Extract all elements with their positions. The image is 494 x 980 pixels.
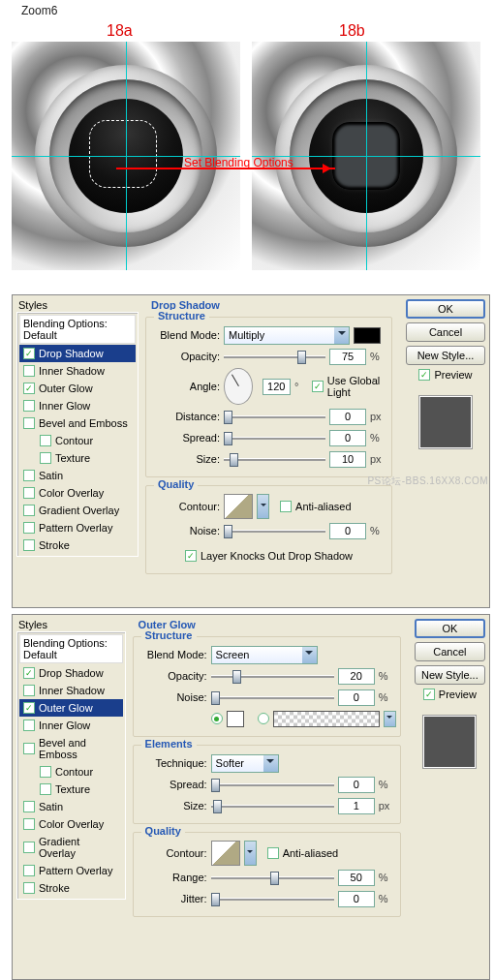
ok-button[interactable]: OK: [415, 619, 485, 638]
styles-group: Styles Blending Options: Default Drop Sh…: [16, 619, 126, 900]
size-slider[interactable]: [224, 451, 325, 467]
size-value[interactable]: 1: [338, 798, 375, 814]
style-gradient-overlay[interactable]: Gradient Overlay: [19, 502, 136, 519]
ok-button[interactable]: OK: [406, 299, 485, 319]
style-bevel-emboss[interactable]: Bevel and Emboss: [19, 734, 123, 763]
opacity-slider[interactable]: [211, 668, 334, 684]
structure-group: Structure Blend Mode: Screen Opacity: 20…: [133, 636, 401, 737]
range-slider[interactable]: [211, 870, 334, 885]
style-pattern-overlay[interactable]: Pattern Overlay: [19, 519, 136, 536]
fig-label-b: 18b: [339, 22, 365, 40]
chevron-down-icon: [302, 647, 317, 663]
style-bevel-emboss[interactable]: Bevel and Emboss: [19, 414, 136, 432]
style-inner-glow[interactable]: Inner Glow: [19, 397, 136, 414]
chevron-down-icon: [334, 327, 349, 344]
styles-group: Styles Blending Options: Default Drop Sh…: [16, 299, 139, 557]
noise-slider[interactable]: [211, 689, 334, 705]
styles-title: Styles: [16, 619, 126, 631]
selection-marquee: [89, 120, 157, 188]
distance-slider[interactable]: [224, 409, 325, 424]
contour-dropdown[interactable]: [244, 841, 257, 866]
style-contour[interactable]: Contour: [19, 432, 136, 449]
preview-swatch: [423, 716, 476, 768]
annotation-text: Set Blending Options: [184, 156, 293, 169]
size-slider[interactable]: [211, 798, 334, 813]
style-color-overlay[interactable]: Color Overlay: [19, 815, 123, 833]
style-outer-glow[interactable]: Outer Glow: [19, 699, 123, 717]
opacity-value[interactable]: 20: [338, 668, 375, 685]
range-value[interactable]: 50: [338, 870, 375, 886]
glow-color-radio[interactable]: [211, 713, 223, 724]
figure-row: 18a 18b Set Blending Options: [0, 17, 494, 289]
blend-mode-select[interactable]: Multiply: [224, 326, 350, 345]
style-inner-shadow[interactable]: Inner Shadow: [19, 362, 136, 380]
style-contour[interactable]: Contour: [19, 763, 123, 781]
cancel-button[interactable]: Cancel: [406, 322, 485, 342]
layer-style-dialog-drop-shadow: Styles Blending Options: Default Drop Sh…: [12, 294, 490, 608]
glow-color-swatch[interactable]: [227, 711, 244, 727]
style-satin[interactable]: Satin: [19, 798, 123, 815]
blending-options-default[interactable]: Blending Options: Default: [19, 315, 136, 344]
contour-swatch[interactable]: [211, 841, 240, 866]
spread-value[interactable]: 0: [329, 430, 366, 446]
distance-value[interactable]: 0: [329, 409, 366, 425]
use-global-light-check[interactable]: [312, 381, 324, 392]
contour-swatch[interactable]: [224, 494, 253, 519]
blend-mode-select[interactable]: Screen: [211, 646, 318, 664]
style-texture[interactable]: Texture: [19, 781, 123, 798]
style-drop-shadow[interactable]: Drop Shadow: [19, 664, 123, 682]
gradient-dropdown[interactable]: [384, 711, 396, 727]
elements-group: Elements Technique: Softer Spread: 0% Si…: [133, 745, 401, 824]
noise-value[interactable]: 0: [329, 523, 366, 539]
preview-check[interactable]: [418, 369, 430, 381]
quality-group: Quality Contour: Anti-aliased Range: 50%…: [133, 832, 401, 917]
style-satin[interactable]: Satin: [19, 467, 136, 484]
preview-check[interactable]: [423, 689, 435, 700]
anti-aliased-check[interactable]: [267, 847, 279, 859]
style-drop-shadow[interactable]: Drop Shadow: [19, 345, 136, 362]
jitter-value[interactable]: 0: [338, 891, 375, 907]
style-stroke[interactable]: Stroke: [19, 536, 136, 554]
fig-label-a: 18a: [107, 22, 133, 40]
style-pattern-overlay[interactable]: Pattern Overlay: [19, 862, 123, 879]
noise-value[interactable]: 0: [338, 689, 375, 706]
anti-aliased-check[interactable]: [280, 501, 292, 512]
spread-slider[interactable]: [224, 430, 325, 445]
quality-group: Quality Contour: Anti-aliased Noise: 0% …: [145, 485, 392, 574]
structure-group: Structure Blend Mode: Multiply Opacity: …: [145, 317, 392, 477]
layer-style-dialog-outer-glow: Styles Blending Options: Default Drop Sh…: [12, 614, 490, 980]
new-style-button[interactable]: New Style...: [406, 346, 485, 365]
watermark: PS论坛-BBS.16XX8.COM: [367, 475, 488, 488]
chevron-down-icon: [263, 755, 278, 772]
style-outer-glow[interactable]: Outer Glow: [19, 380, 136, 397]
shadow-color-swatch[interactable]: [354, 327, 381, 344]
style-stroke[interactable]: Stroke: [19, 879, 123, 897]
angle-value[interactable]: 120: [262, 379, 292, 395]
blending-options-default[interactable]: Blending Options: Default: [19, 634, 123, 663]
preview-swatch: [419, 396, 472, 448]
style-inner-glow[interactable]: Inner Glow: [19, 717, 123, 734]
jitter-slider[interactable]: [211, 891, 334, 906]
spread-value[interactable]: 0: [338, 777, 375, 793]
noise-slider[interactable]: [224, 523, 325, 538]
contour-dropdown[interactable]: [257, 494, 269, 519]
cancel-button[interactable]: Cancel: [415, 642, 485, 661]
layer-knocks-check[interactable]: [185, 550, 197, 562]
style-color-overlay[interactable]: Color Overlay: [19, 484, 136, 502]
spread-slider[interactable]: [211, 777, 334, 792]
style-gradient-overlay[interactable]: Gradient Overlay: [19, 833, 123, 862]
style-inner-shadow[interactable]: Inner Shadow: [19, 682, 123, 699]
technique-select[interactable]: Softer: [211, 754, 279, 773]
glow-gradient-swatch[interactable]: [273, 711, 380, 727]
opacity-slider[interactable]: [224, 349, 325, 364]
opacity-value[interactable]: 75: [329, 349, 366, 365]
zoom-label: Zoom6: [0, 0, 494, 17]
styles-title: Styles: [16, 299, 139, 312]
angle-dial[interactable]: [224, 368, 253, 405]
new-style-button[interactable]: New Style...: [415, 665, 485, 685]
glow-gradient-radio[interactable]: [258, 713, 269, 724]
style-texture[interactable]: Texture: [19, 449, 136, 467]
size-value[interactable]: 10: [329, 451, 366, 468]
